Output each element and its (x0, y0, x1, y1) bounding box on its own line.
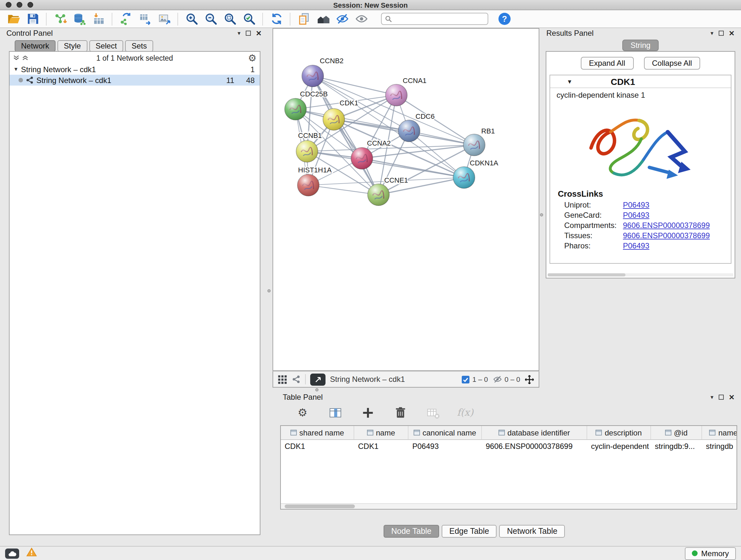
network-collection-row[interactable]: ▼ String Network – cdk1 1 (10, 64, 260, 75)
table-cell[interactable]: stringdb (702, 440, 737, 454)
apply-layout-button[interactable] (268, 10, 285, 27)
panel-maximize-button[interactable] (719, 30, 724, 36)
tab-network-table[interactable]: Network Table (499, 525, 565, 538)
show-columns-button[interactable] (327, 404, 343, 421)
panel-float-button[interactable]: ▾ (238, 30, 241, 37)
node-label: CCNB2 (320, 57, 344, 65)
home-views-button[interactable] (315, 10, 331, 27)
tab-style[interactable]: Style (57, 40, 87, 52)
zoom-out-icon (204, 12, 217, 25)
tab-select[interactable]: Select (89, 40, 123, 52)
panel-close-button[interactable]: ✕ (729, 30, 735, 37)
tab-network[interactable]: Network (15, 40, 56, 52)
help-button[interactable]: ? (498, 13, 511, 25)
zoom-selected-button[interactable] (241, 10, 257, 27)
compartments-link[interactable]: 9606.ENSP00000378699 (623, 220, 710, 231)
detach-view-button[interactable] (310, 373, 326, 385)
birdseye-network-icon[interactable] (292, 375, 300, 384)
gene-name: CDK1 (611, 76, 635, 86)
hidden-eye-icon (492, 375, 502, 383)
cloud-services-button[interactable] (5, 548, 19, 558)
network-node-CCNE1[interactable]: CCNE1 (367, 176, 408, 206)
hide-selected-button[interactable] (334, 10, 350, 27)
node-count: 11 (216, 76, 234, 84)
copy-document-button[interactable] (295, 10, 312, 27)
table-horizontal-scrollbar[interactable] (281, 503, 737, 509)
refresh-icon (270, 12, 283, 25)
panel-close-button[interactable]: ✕ (729, 394, 735, 401)
import-table-button[interactable] (90, 10, 107, 27)
open-session-button[interactable] (5, 10, 22, 27)
import-network-from-file-button[interactable] (52, 10, 68, 27)
panel-float-button[interactable]: ▾ (711, 394, 714, 400)
disclosure-triangle-icon[interactable]: ▼ (13, 66, 18, 72)
collapse-section-icon[interactable]: ▼ (567, 78, 572, 84)
column-header[interactable]: namespace (702, 426, 737, 439)
panel-float-button[interactable]: ▾ (711, 30, 714, 37)
tab-string[interactable]: String (622, 40, 659, 51)
column-header[interactable]: description (587, 426, 651, 439)
export-image-button[interactable] (156, 10, 172, 27)
horizontal-splitter-handle[interactable] (315, 388, 319, 391)
tab-edge-table[interactable]: Edge Table (442, 525, 497, 538)
uniprot-link[interactable]: P06493 (623, 200, 650, 210)
table-cell[interactable]: cyclin-dependent ... (587, 440, 651, 454)
zoom-fit-button[interactable] (221, 10, 238, 27)
pan-crosshair-icon[interactable] (525, 374, 534, 384)
network-edge[interactable] (362, 159, 464, 178)
table-panel-title: Table Panel (283, 393, 323, 401)
hidden-indicator: 0 – 0 (492, 375, 520, 383)
column-header[interactable]: @id (651, 426, 702, 439)
table-cell[interactable]: CDK1 (354, 440, 408, 454)
table-cell[interactable]: CDK1 (281, 440, 354, 454)
network-row-selected[interactable]: String Network – cdk1 11 48 (10, 75, 260, 85)
panel-close-button[interactable]: ✕ (256, 30, 262, 37)
show-all-button[interactable] (353, 10, 369, 27)
network-tree-box: 1 of 1 Network selected ⚙ ▼ String Netwo… (9, 51, 260, 535)
column-header[interactable]: canonical name (408, 426, 482, 439)
clone-network-button[interactable] (118, 10, 134, 27)
collapse-all-button[interactable]: Collapse All (644, 57, 700, 70)
network-graph[interactable]: CCNB2CCNA1CDC25BCDK1CDC6RB1CCNB1CCNA2CDK… (273, 29, 539, 370)
gear-icon[interactable]: ⚙ (248, 53, 257, 63)
delete-column-button[interactable] (392, 404, 408, 421)
column-header[interactable]: shared name (281, 426, 354, 439)
search-input[interactable] (394, 15, 484, 23)
column-header[interactable]: database identifier (482, 426, 587, 439)
tab-sets[interactable]: Sets (125, 40, 153, 52)
warning-indicator[interactable] (26, 547, 37, 559)
export-table-button[interactable] (137, 10, 153, 27)
expand-all-button[interactable]: Expand All (581, 57, 633, 70)
vertical-splitter-handle[interactable] (267, 289, 271, 293)
table-settings-button[interactable]: ⚙ (294, 404, 311, 421)
save-session-button[interactable] (24, 10, 41, 27)
table-cell[interactable]: stringdb:9... (651, 440, 702, 454)
network-node-HIST1H1A[interactable]: HIST1H1A (297, 166, 332, 196)
network-node-RB1[interactable]: RB1 (463, 127, 495, 156)
network-canvas[interactable]: CCNB2CCNA1CDC25BCDK1CDC6RB1CCNB1CCNA2CDK… (273, 28, 539, 371)
panel-maximize-button[interactable] (246, 30, 251, 36)
grid-view-icon[interactable] (278, 374, 287, 384)
panel-maximize-button[interactable] (719, 395, 724, 400)
genecard-link[interactable]: P06493 (623, 210, 650, 220)
zoom-in-button[interactable] (183, 10, 200, 27)
table-cell[interactable]: 9606.ENSP00000378699 (482, 440, 587, 454)
export-image-icon (157, 12, 171, 25)
memory-button[interactable]: Memory (684, 547, 736, 560)
columns-icon (328, 406, 342, 419)
table-toolbar: ⚙ f(x) (279, 402, 738, 423)
status-bar: Memory (0, 546, 741, 560)
network-node-CDKN1A[interactable]: CDKN1A (453, 159, 498, 188)
column-header[interactable]: name (354, 426, 408, 439)
pharos-link[interactable]: P06493 (623, 241, 650, 251)
tab-node-table[interactable]: Node Table (384, 525, 439, 538)
create-column-button[interactable] (359, 404, 376, 421)
results-horizontal-scrollbar[interactable] (548, 273, 733, 276)
zoom-out-button[interactable] (202, 10, 219, 27)
tissues-link[interactable]: 9606.ENSP00000378699 (623, 231, 710, 241)
table-row[interactable]: CDK1 CDK1 P06493 9606.ENSP00000378699 cy… (281, 440, 737, 454)
table-cell[interactable]: P06493 (408, 440, 482, 454)
import-network-from-database-button[interactable] (71, 10, 87, 27)
network-label: String Network – cdk1 (37, 76, 111, 84)
vertical-splitter-handle[interactable] (540, 213, 543, 216)
